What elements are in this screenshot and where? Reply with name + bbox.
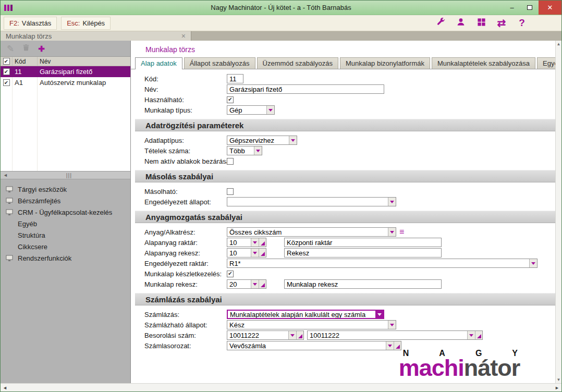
tab-allapot-szabalyozas[interactable]: Állapot szabályozás — [184, 57, 255, 69]
help-button[interactable]: ? — [515, 16, 529, 30]
minimize-button[interactable]: – — [503, 1, 521, 15]
plus-icon: ✚ — [38, 45, 45, 53]
open-record-icon[interactable] — [296, 331, 303, 339]
module-icon — [6, 209, 14, 216]
delete-button[interactable] — [22, 44, 30, 53]
szamlazhato-allapot-select[interactable]: Kész — [227, 320, 396, 329]
scroll-down-icon[interactable]: ▼ — [557, 377, 561, 382]
kod-input[interactable]: 11 — [227, 74, 243, 83]
alapanyag-raktar-code-select[interactable]: 10 — [227, 238, 266, 247]
masolhato-checkbox[interactable] — [227, 188, 234, 195]
panel-splitter[interactable]: ◄ ||| — [1, 172, 130, 179]
transfer-button[interactable]: ⇄ — [494, 16, 509, 30]
tab-alap-adatok[interactable]: Alap adatok — [135, 57, 182, 69]
close-button[interactable]: ✕ — [539, 1, 561, 15]
hasznalhato-checkbox[interactable]: ✔ — [227, 96, 234, 103]
anyag-alkatresz-select[interactable]: Összes cikkszám — [227, 227, 396, 237]
exit-button[interactable]: Esc: Kilépés — [61, 17, 111, 30]
tab-uzemmod-szabalyozas[interactable]: Üzemmód szabályozás — [257, 57, 338, 69]
tab-munkalaptetelek-szabalyozasa[interactable]: Munkalaptételek szabályozása — [432, 57, 535, 69]
nav-item-egyeb[interactable]: Egyéb — [1, 218, 130, 229]
table-row[interactable]: ✔ A1 Autószerviz munkalap — [1, 77, 130, 88]
edit-icon: ✎ — [7, 44, 14, 53]
modules-button[interactable] — [474, 16, 488, 30]
row-checkbox[interactable]: ✔ — [3, 68, 10, 75]
nav-item-rendszerfunkciok[interactable]: Rendszerfunkciók — [1, 252, 130, 264]
dropdown-arrow-icon[interactable] — [388, 228, 396, 236]
add-button[interactable]: ✚ — [38, 45, 45, 53]
nav-item-cikkcsere[interactable]: Cikkcsere — [1, 241, 130, 252]
tab-munkalap-bizonylatformak[interactable]: Munkalap bizonylatformák — [340, 57, 430, 69]
dropdown-arrow-icon[interactable] — [289, 136, 297, 144]
dropdown-arrow-icon[interactable] — [251, 238, 259, 247]
alapanyag-rekesz-code-select[interactable]: 10 — [227, 248, 266, 258]
dropdown-arrow-icon[interactable] — [386, 341, 394, 350]
adatlaptipus-select[interactable]: Gépszervizhez — [227, 136, 297, 145]
dropdown-arrow-icon[interactable] — [254, 146, 262, 155]
column-header-nev[interactable]: Név — [37, 57, 130, 66]
dropdown-arrow-icon[interactable] — [288, 331, 296, 339]
dropdown-arrow-icon[interactable] — [467, 331, 475, 339]
document-tabstrip: Munkalap törzs × — [1, 31, 561, 41]
keszletkezeles-checkbox[interactable]: ✔ — [227, 271, 234, 277]
nav-item-struktura[interactable]: Struktúra — [1, 229, 130, 241]
tools-button[interactable] — [433, 16, 448, 30]
row-nev: Autószerviz munkalap — [37, 77, 130, 88]
trash-icon — [22, 44, 30, 53]
doc-tab-close-icon[interactable]: × — [181, 32, 186, 40]
left-panel: ✎ ✚ ✔ Kód Név ✔ 11 Garázsipari fizető — [1, 41, 131, 383]
besorolasi-szam-name-select[interactable]: 10011222 — [307, 330, 483, 340]
szamlasorozat-select[interactable]: Vevőszámla — [227, 341, 401, 350]
minimize-icon: – — [510, 4, 514, 11]
engedelyezett-allapot-select[interactable] — [227, 197, 396, 206]
dropdown-arrow-icon[interactable] — [388, 321, 396, 329]
open-record-icon[interactable] — [259, 238, 266, 247]
module-icon — [6, 198, 14, 204]
dropdown-arrow-icon[interactable] — [266, 106, 274, 114]
munkalap-rekesz-code-select[interactable]: 20 — [227, 279, 266, 289]
tab-egyeb-adatok[interactable]: Egyéb ada — [537, 57, 555, 69]
dropdown-arrow-icon[interactable] — [251, 249, 259, 257]
nem-aktiv-checkbox[interactable] — [227, 158, 234, 165]
nav-item-crm[interactable]: CRM - Ügyfélkapcsolat-kezelés — [1, 206, 130, 218]
tetelek-szama-select[interactable]: Több — [227, 146, 262, 155]
column-header-kod[interactable]: Kód — [12, 57, 37, 66]
nav-item-label: Egyéb — [18, 220, 37, 228]
dropdown-arrow-icon[interactable] — [375, 311, 383, 318]
nav-item-label: Struktúra — [18, 231, 45, 239]
scroll-up-icon[interactable]: ▲ — [557, 42, 561, 46]
scroll-left-icon[interactable]: ◄ — [3, 385, 7, 390]
dropdown-arrow-icon[interactable] — [388, 198, 396, 206]
dropdown-arrow-icon[interactable] — [529, 259, 537, 267]
vertical-scrollbar[interactable]: ▲ ▼ — [555, 41, 561, 383]
szamlazas-select[interactable]: Munkalaptételek alapján kalkulált egy sz… — [227, 310, 384, 319]
field-label: Alapanyag rekesz: — [144, 249, 227, 257]
munkalap-tipus-select[interactable]: Gép — [227, 105, 275, 115]
splitter-grip-icon[interactable]: ||| — [66, 173, 72, 178]
nev-input[interactable]: Garázsipari fizető — [227, 84, 384, 94]
alapanyag-raktar-name-input[interactable]: Központi raktár — [284, 238, 442, 247]
doc-tab-munkalap-torzs[interactable]: Munkalap törzs × — [1, 31, 191, 41]
munkalap-rekesz-name-input[interactable]: Munkalap rekesz — [284, 279, 442, 289]
nav-item-targyi-eszkozok[interactable]: Tárgyi eszközök — [1, 183, 130, 195]
horizontal-scrollbar[interactable]: ◄ ► — [1, 383, 561, 391]
besorolasi-szam-select[interactable]: 10011222 — [227, 330, 304, 340]
dropdown-arrow-icon[interactable] — [251, 280, 259, 288]
collapse-arrow-icon[interactable]: ◄ — [1, 173, 8, 178]
item-list-icon[interactable]: ≡ — [399, 227, 404, 237]
row-checkbox[interactable]: ✔ — [3, 79, 10, 86]
open-record-icon[interactable] — [259, 280, 266, 288]
app-window: Nagy Machinátor - Új kötet - a - Tóth Ba… — [0, 0, 562, 392]
nav-item-berszamfejtes[interactable]: Bérszámfejtés — [1, 195, 130, 206]
open-record-icon[interactable] — [475, 331, 482, 339]
engedelyezett-raktar-select[interactable]: R1* — [227, 259, 537, 268]
users-button[interactable] — [454, 16, 468, 30]
select-all-checkbox[interactable]: ✔ — [3, 58, 10, 65]
alapanyag-rekesz-name-input[interactable]: Rekesz — [284, 248, 442, 258]
table-row[interactable]: ✔ 11 Garázsipari fizető — [1, 66, 130, 77]
scroll-right-icon[interactable]: ► — [555, 385, 559, 390]
open-record-icon[interactable] — [259, 249, 266, 257]
edit-button[interactable]: ✎ — [7, 44, 14, 53]
maximize-button[interactable] — [521, 1, 539, 15]
select-button[interactable]: F2: Választás — [4, 17, 57, 30]
